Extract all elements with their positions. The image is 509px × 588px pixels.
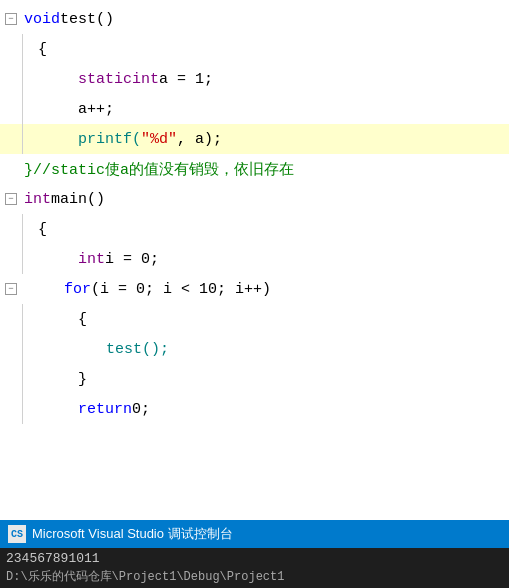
code-text-10: for (i = 0; i < 10; i++) — [62, 274, 271, 304]
code-line-10: − for (i = 0; i < 10; i++) — [0, 274, 509, 304]
code-line-8: { — [0, 214, 509, 244]
code-text-3: static int a = 1; — [76, 64, 213, 94]
code-container: − void test() { static int a = 1; — [0, 0, 509, 428]
main-fn: main() — [51, 191, 105, 208]
keyword-static: static — [78, 71, 132, 88]
code-line-6: }//static使a的值没有销毁，依旧存在 — [0, 154, 509, 184]
a-increment: a++; — [78, 101, 114, 118]
code-line-4: a++; — [0, 94, 509, 124]
code-line-13: } — [0, 364, 509, 394]
code-text-5: printf("%d", a); — [76, 124, 222, 154]
code-text-12: test(); — [104, 334, 169, 364]
comment-static: }//static使a的值没有销毁，依旧存在 — [24, 160, 294, 179]
code-editor: − void test() { static int a = 1; — [0, 0, 509, 520]
brace-open-for: { — [78, 311, 87, 328]
brace-close-for: } — [78, 371, 87, 388]
code-line-11: { — [0, 304, 509, 334]
code-text-9: int i = 0; — [76, 244, 159, 274]
printf-call: printf( — [78, 131, 141, 148]
brace-open-main: { — [38, 221, 47, 238]
gutter-10[interactable]: − — [0, 274, 22, 304]
code-text-4: a++; — [76, 94, 114, 124]
keyword-return: return — [78, 401, 132, 418]
console-output-2: D:\乐乐的代码仓库\Project1\Debug\Project1 — [6, 568, 503, 586]
collapse-btn-10[interactable]: − — [5, 283, 17, 295]
code-text-6: }//static使a的值没有销毁，依旧存在 — [22, 154, 294, 184]
code-text-2: { — [36, 34, 47, 64]
keyword-int-i: int — [78, 251, 105, 268]
assign-i: i = 0; — [105, 251, 159, 268]
keyword-int-3: int — [132, 71, 159, 88]
brace-open-1: { — [38, 41, 47, 58]
text-test: test() — [60, 11, 114, 28]
code-line-5: printf("%d", a); — [0, 124, 509, 154]
bottom-bar: CS Microsoft Visual Studio 调试控制台 — [0, 520, 509, 548]
gutter-7[interactable]: − — [0, 184, 22, 214]
code-line-9: int i = 0; — [0, 244, 509, 274]
printf-args: , a); — [177, 131, 222, 148]
vs-icon: CS — [8, 525, 26, 543]
code-line-2: { — [0, 34, 509, 64]
test-call: test(); — [106, 341, 169, 358]
code-line-14: return 0; — [0, 394, 509, 424]
bottom-bar-label: Microsoft Visual Studio 调试控制台 — [32, 525, 233, 543]
keyword-for: for — [64, 281, 91, 298]
format-string: "%d" — [141, 131, 177, 148]
console-output-1: 234567891011 — [6, 550, 503, 568]
keyword-void: void — [24, 11, 60, 28]
vs-icon-text: CS — [11, 529, 23, 540]
code-text-7: int main() — [22, 184, 105, 214]
code-text-13: } — [76, 364, 87, 394]
code-line-3: static int a = 1; — [0, 64, 509, 94]
keyword-int-main: int — [24, 191, 51, 208]
code-text-14: return 0; — [76, 394, 150, 424]
for-cond: (i = 0; i < 10; i++) — [91, 281, 271, 298]
code-text-11: { — [76, 304, 87, 334]
collapse-btn-7[interactable]: − — [5, 193, 17, 205]
return-val: 0; — [132, 401, 150, 418]
code-line-7: − int main() — [0, 184, 509, 214]
assign-a: a = 1; — [159, 71, 213, 88]
collapse-btn-1[interactable]: − — [5, 13, 17, 25]
code-line-12: test(); — [0, 334, 509, 364]
code-text-1: void test() — [22, 4, 114, 34]
code-text-8: { — [36, 214, 47, 244]
code-line-1: − void test() — [0, 4, 509, 34]
console-area: 234567891011 D:\乐乐的代码仓库\Project1\Debug\P… — [0, 548, 509, 588]
gutter-1[interactable]: − — [0, 4, 22, 34]
